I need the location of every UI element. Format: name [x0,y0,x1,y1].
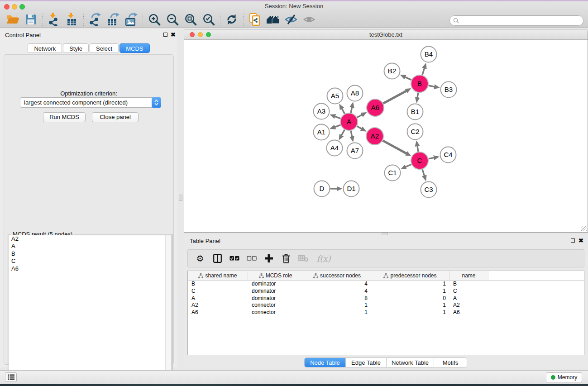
search-field[interactable] [449,15,583,26]
graph-edge-A-A4[interactable] [341,130,344,136]
graph-edge-A2-C[interactable] [383,141,406,154]
tab-node-table[interactable]: Node Table [305,358,346,367]
network-canvas[interactable]: B4B2BB3A5A8A6B1A3AA1C2A2A4A7C4CC1C3DD1 [184,40,588,232]
graph-edge-C-C2[interactable] [417,146,418,152]
refresh-button[interactable] [223,12,241,27]
table-cell[interactable]: B [449,281,488,288]
graph-edge-B-B3[interactable] [429,86,435,87]
table-cell[interactable]: 1 [303,302,371,309]
close-panel-button[interactable]: Close panel [92,112,139,122]
graph-node-B2[interactable]: B2 [384,63,400,79]
network-minimize-button[interactable] [198,32,203,37]
graph-edge-A6-B[interactable] [383,91,406,104]
graph-edge-B-B4[interactable] [422,68,425,75]
table-settings-button[interactable]: ⚙ [194,252,206,265]
graph-edge-A-A1[interactable] [335,125,340,127]
graph-node-D1[interactable]: D1 [344,181,359,197]
tab-style[interactable]: Style [63,43,89,53]
graph-edge-A-A7[interactable] [351,131,352,137]
select-all-button[interactable] [229,252,240,265]
table-panel-float-button[interactable] [571,238,575,243]
table-cell[interactable]: dominator [248,295,303,302]
table-panel-close-button[interactable]: ✖ [578,237,583,244]
tab-mcds[interactable]: MCDS [120,43,149,53]
graph-edge-C-C4[interactable] [429,157,435,159]
column-header-shared-name[interactable]: shared name [188,271,248,280]
graph-edge-C-C3[interactable] [422,169,425,176]
vertical-splitter-handle[interactable] [179,195,182,201]
graph-edge-A-A6[interactable] [357,115,362,118]
zoom-in-button[interactable] [145,12,163,27]
table-cell[interactable]: 1 [371,288,449,295]
graph-edge-A-A5[interactable] [342,109,344,114]
table-cell[interactable]: connector [248,309,303,316]
graph-edge-B-B1[interactable] [417,93,418,98]
import-table-button[interactable] [63,12,81,27]
table-cell[interactable]: 1 [303,309,371,316]
task-history-button[interactable] [5,372,17,382]
table-cell[interactable]: A [449,295,488,302]
show-panels-button[interactable] [300,12,318,27]
result-item[interactable]: C [9,257,171,265]
result-item[interactable]: A2 [9,235,171,243]
home-button[interactable] [264,12,282,27]
save-session-button[interactable] [22,12,40,27]
table-row[interactable]: Bdominator41B [188,281,584,288]
table-cell[interactable]: A6 [449,309,488,316]
graph-node-A3[interactable]: A3 [314,104,330,119]
table-cell[interactable]: 0 [371,295,449,302]
graph-node-A7[interactable]: A7 [347,143,363,159]
graph-node-B[interactable]: B [411,75,428,92]
graph-node-A8[interactable]: A8 [347,86,363,101]
mcds-result-list[interactable]: A2ABCA6 [9,235,172,386]
table-cell[interactable]: 4 [303,281,371,288]
graph-edge-A-A3[interactable] [335,116,340,119]
clone-network-button[interactable] [246,12,264,27]
table-cell[interactable]: 1 [371,302,449,309]
table-cell[interactable]: A6 [188,309,248,316]
table-cell[interactable]: 1 [371,309,449,316]
unselect-all-button[interactable] [246,252,258,265]
graph-edge-B-B2[interactable] [405,77,411,80]
export-image-button[interactable] [122,12,140,27]
table-cell[interactable]: dominator [248,281,303,288]
table-cell[interactable]: 1 [371,281,449,288]
column-header-predecessor-nodes[interactable]: predecessor nodes [371,271,449,280]
table-cell[interactable]: dominator [248,288,303,295]
tab-network-table[interactable]: Network Table [387,358,434,367]
table-cell[interactable]: A2 [449,302,488,309]
tab-network[interactable]: Network [28,43,62,53]
delete-column-button[interactable] [280,252,292,265]
network-zoom-button[interactable] [206,32,211,37]
column-header-name[interactable]: name [449,271,488,280]
column-header-successor-nodes[interactable]: successor nodes [303,271,371,280]
table-cell[interactable]: 8 [303,295,371,302]
zoom-out-button[interactable] [163,12,182,27]
window-resize-grip[interactable] [581,226,587,231]
result-item[interactable]: A6 [9,265,171,272]
delete-table-button[interactable] [297,252,309,265]
graph-node-A6[interactable]: A6 [367,99,384,116]
tab-motifs[interactable]: Motifs [434,358,467,367]
table-cell[interactable]: A [188,295,248,302]
graph-node-C1[interactable]: C1 [385,165,401,181]
add-column-button[interactable] [263,252,275,265]
graph-node-A1[interactable]: A1 [314,124,330,140]
criterion-dropdown[interactable]: largest connected component (directed) [20,97,161,108]
result-scrollbar[interactable] [165,235,171,386]
graph-node-A2[interactable]: A2 [366,128,383,145]
panel-close-button[interactable]: ✖ [171,31,176,38]
zoom-window-button[interactable] [19,4,25,10]
table-row[interactable]: A2connector11A2 [188,302,584,309]
tab-select[interactable]: Select [90,43,119,53]
table-mode-button[interactable] [211,252,223,265]
close-window-button[interactable] [4,4,10,10]
table-cell[interactable]: 4 [303,288,371,295]
memory-button[interactable]: Memory [546,372,582,382]
graph-node-B4[interactable]: B4 [421,47,437,62]
tab-edge-table[interactable]: Edge Table [346,358,387,367]
import-network-button[interactable] [45,12,63,27]
graph-node-C3[interactable]: C3 [421,182,437,198]
zoom-fit-button[interactable] [182,12,200,27]
table-cell[interactable]: C [188,288,248,295]
